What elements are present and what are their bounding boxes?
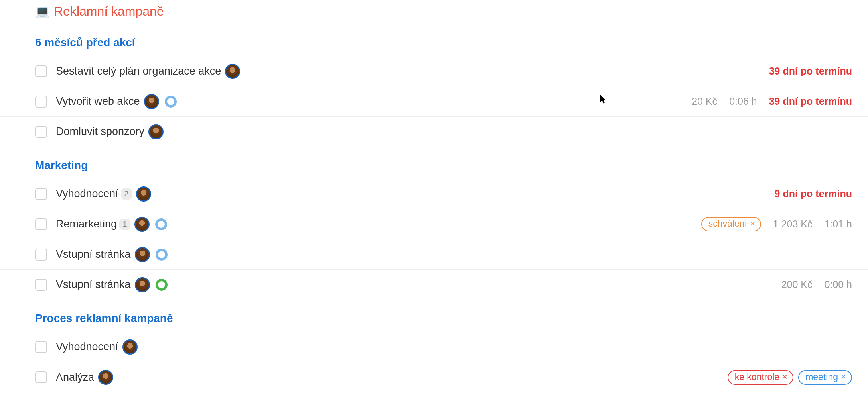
avatar[interactable] — [144, 94, 159, 109]
section-header-proces[interactable]: Proces reklamní kampaně — [0, 300, 868, 332]
close-icon[interactable]: ✕ — [750, 220, 756, 228]
task-row[interactable]: Vyhodnocení — [0, 332, 868, 362]
time-text: 0:06 h — [729, 96, 757, 107]
cost-text: 20 Kč — [692, 96, 717, 107]
tag-label: meeting — [805, 372, 838, 382]
laptop-icon: 💻 — [35, 6, 50, 18]
task-checkbox[interactable] — [35, 218, 47, 230]
avatar[interactable] — [135, 277, 150, 292]
page-title[interactable]: Reklamní kampaně — [54, 4, 164, 19]
time-text: 1:01 h — [824, 218, 852, 230]
avatar[interactable] — [148, 124, 164, 139]
status-ring-icon[interactable] — [156, 249, 168, 261]
task-row[interactable]: Remarketing 1 schválení ✕ 1 203 Kč 1:01 … — [0, 209, 868, 239]
tag-schvaleni[interactable]: schválení ✕ — [701, 217, 761, 231]
task-title: Domluvit sponzory — [56, 125, 144, 138]
task-row[interactable]: Analýza ke kontrole ✕ meeting ✕ — [0, 362, 868, 392]
task-title: Vstupní stránka — [56, 278, 131, 291]
tag-ke-kontrole[interactable]: ke kontrole ✕ — [728, 370, 794, 385]
task-title: Vytvořit web akce — [56, 95, 140, 108]
task-row[interactable]: Vyhodnocení 2 9 dní po termínu — [0, 179, 868, 209]
cost-text: 200 Kč — [781, 279, 813, 290]
close-icon[interactable]: ✕ — [840, 373, 846, 381]
tag-meeting[interactable]: meeting ✕ — [798, 370, 852, 385]
task-row[interactable]: Vstupní stránka — [0, 239, 868, 270]
tag-label: ke kontrole — [735, 372, 780, 382]
avatar[interactable] — [134, 217, 150, 232]
task-checkbox[interactable] — [35, 188, 47, 200]
avatar[interactable] — [122, 339, 138, 355]
section-header-6mesicu[interactable]: 6 měsíců před akcí — [0, 28, 868, 56]
task-meta: 200 Kč 0:00 h — [781, 279, 852, 290]
task-row[interactable]: Vstupní stránka 200 Kč 0:00 h — [0, 270, 868, 300]
task-title: Remarketing — [56, 218, 117, 230]
task-meta: 20 Kč 0:06 h 39 dní po termínu — [692, 96, 852, 107]
task-checkbox[interactable] — [35, 341, 47, 353]
time-text: 0:00 h — [824, 279, 852, 290]
status-ring-icon[interactable] — [156, 279, 168, 291]
cost-text: 1 203 Kč — [773, 218, 813, 230]
page-header: 💻 Reklamní kampaně — [0, 4, 868, 28]
overdue-text: 9 dní po termínu — [775, 188, 852, 200]
avatar[interactable] — [135, 247, 150, 262]
task-title: Vstupní stránka — [56, 248, 131, 261]
overdue-text: 39 dní po termínu — [769, 96, 852, 107]
task-meta: 9 dní po termínu — [775, 188, 852, 200]
overdue-text: 39 dní po termínu — [769, 65, 852, 77]
task-checkbox[interactable] — [35, 279, 47, 291]
task-checkbox[interactable] — [35, 65, 47, 77]
task-meta: ke kontrole ✕ meeting ✕ — [728, 370, 852, 385]
task-row[interactable]: Vytvořit web akce 20 Kč 0:06 h 39 dní po… — [0, 86, 868, 117]
avatar[interactable] — [136, 186, 151, 202]
tag-label: schválení — [708, 218, 747, 229]
section-header-marketing[interactable]: Marketing — [0, 147, 868, 179]
task-row[interactable]: Domluvit sponzory — [0, 117, 868, 147]
task-meta: schválení ✕ 1 203 Kč 1:01 h — [701, 217, 852, 231]
avatar[interactable] — [225, 64, 240, 79]
subtask-count-badge: 1 — [119, 219, 130, 230]
task-row[interactable]: Sestavit celý plán organizace akce 39 dn… — [0, 56, 868, 86]
close-icon[interactable]: ✕ — [782, 373, 788, 381]
task-checkbox[interactable] — [35, 371, 47, 383]
task-checkbox[interactable] — [35, 96, 47, 108]
status-ring-icon[interactable] — [165, 96, 177, 108]
task-title: Vyhodnocení — [56, 188, 118, 200]
avatar[interactable] — [98, 370, 113, 385]
status-ring-icon[interactable] — [155, 218, 167, 230]
task-checkbox[interactable] — [35, 249, 47, 261]
task-title: Sestavit celý plán organizace akce — [56, 65, 221, 77]
subtask-count-badge: 2 — [121, 188, 132, 200]
task-title: Analýza — [56, 371, 94, 384]
task-title: Vyhodnocení — [56, 341, 118, 353]
task-checkbox[interactable] — [35, 126, 47, 138]
task-meta: 39 dní po termínu — [769, 65, 852, 77]
